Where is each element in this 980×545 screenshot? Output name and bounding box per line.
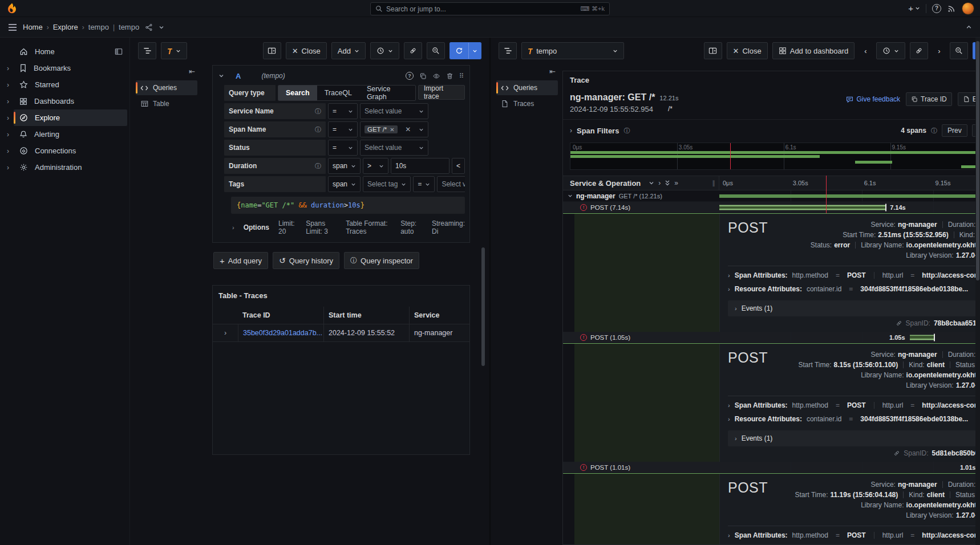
span-row[interactable]: !POST (7.14s)7.14s — [563, 202, 980, 213]
span-timeline-cell[interactable]: 1.05s — [719, 332, 980, 343]
left-section-table[interactable]: Table — [136, 96, 197, 111]
field-control-select[interactable]: Select value — [360, 140, 428, 156]
new-menu-button[interactable]: + — [908, 3, 920, 13]
chip-remove-icon[interactable]: ✕ — [390, 127, 394, 133]
add-query-button[interactable]: +Add query — [213, 252, 268, 269]
time-picker-button-right[interactable] — [876, 42, 905, 59]
content-outline-button[interactable] — [138, 42, 156, 59]
query-help-icon[interactable]: ? — [406, 72, 414, 80]
copy-link-button-left[interactable] — [404, 42, 422, 59]
datasource-picker-left[interactable]: T — [161, 42, 187, 59]
span-row[interactable]: !POST (1.05s)1.05s — [563, 332, 980, 343]
trace-id-link[interactable]: 35be0f3d29a01adda7b... — [243, 329, 322, 337]
span-name-cell[interactable]: ng-managerGET /* (12.21s) — [563, 190, 719, 201]
tab-service-graph[interactable]: Service Graph — [359, 86, 415, 100]
time-picker-button-left[interactable] — [370, 42, 399, 59]
expand-chevron-icon[interactable]: › — [2, 64, 14, 72]
options-row[interactable]: ›OptionsLimit: 20Spans Limit: 3Table For… — [232, 219, 465, 235]
field-control-select[interactable]: = — [328, 121, 358, 137]
breadcrumb-item-tempo[interactable]: tempo — [88, 23, 109, 31]
left-section-queries[interactable]: Queries — [136, 80, 197, 95]
give-feedback-link[interactable]: Give feedback — [846, 95, 900, 103]
expand-chevron-icon[interactable]: › — [728, 532, 730, 539]
events-row[interactable]: ›Events (1) — [728, 430, 980, 446]
field-control-chip[interactable]: GET /*✕✕ — [360, 121, 428, 137]
span-name-cell[interactable]: !POST (7.14s) — [563, 202, 719, 213]
trace-minimap[interactable]: 0μs3.05s6.1s9.15s12.21s — [570, 143, 980, 170]
sidebar-item-body[interactable]: Explore — [14, 109, 127, 126]
events-row[interactable]: ›Events (1) — [728, 300, 980, 316]
sidebar-item-connections[interactable]: ›Connections — [2, 143, 127, 159]
sidebar-item-body[interactable]: Administration — [14, 159, 127, 176]
span-filters-label[interactable]: Span Filters — [577, 127, 619, 135]
expand-one-icon[interactable]: › — [658, 179, 661, 187]
time-shift-right-button[interactable]: › — [933, 42, 945, 59]
column-resize-handle[interactable]: ∥ — [712, 180, 716, 187]
expand-chevron-icon[interactable]: › — [2, 147, 14, 155]
search-input[interactable]: Search or jump to... ⌨⌘+k — [370, 2, 610, 15]
field-control-input[interactable]: 10s — [391, 158, 449, 174]
drag-handle-icon[interactable]: ⠿ — [459, 72, 464, 80]
chain-link-icon[interactable] — [893, 450, 900, 457]
sidebar-item-alerting[interactable]: ›Alerting — [2, 126, 127, 143]
span-name-cell[interactable]: !POST (1.01s) — [563, 462, 719, 473]
add-button[interactable]: Add — [331, 42, 366, 59]
sidebar-item-body[interactable]: Connections — [14, 143, 127, 159]
breadcrumb-item-home[interactable]: Home — [23, 23, 43, 31]
prev-span-button[interactable]: Prev — [942, 124, 967, 137]
expand-chevron-icon[interactable]: › — [728, 286, 730, 292]
query-ref-letter[interactable]: A — [236, 72, 241, 80]
attributes-row[interactable]: ›Span Attributes:http.method=POSThttp.ur… — [728, 269, 980, 282]
expand-chevron-icon[interactable]: › — [2, 97, 14, 105]
dock-panel-icon[interactable] — [115, 48, 123, 55]
right-section-traces[interactable]: Traces — [496, 96, 558, 111]
run-query-button-left[interactable] — [449, 42, 481, 59]
expand-chevron-icon[interactable]: › — [735, 435, 737, 442]
share-shortcut-icon[interactable] — [145, 23, 153, 31]
add-to-dashboard-button[interactable]: Add to dashboard — [772, 42, 855, 59]
field-control-select[interactable]: = — [328, 140, 358, 156]
span-timeline-cell[interactable]: 1.01s — [719, 462, 980, 473]
sidebar-item-home[interactable]: Home — [2, 43, 127, 60]
expand-chevron-icon[interactable]: › — [728, 402, 730, 409]
news-icon[interactable] — [947, 4, 956, 13]
right-section-queries[interactable]: Queries — [496, 80, 558, 95]
span-timeline-cell[interactable]: 7.14s — [719, 202, 980, 213]
time-shift-left-button[interactable]: ‹ — [859, 42, 872, 59]
sidebar-item-dashboards[interactable]: ›Dashboards — [2, 93, 127, 109]
split-pane-button[interactable] — [263, 42, 281, 59]
attributes-row[interactable]: ›Resource Attributes:container.id=304fd8… — [728, 412, 980, 426]
datasource-picker-right[interactable]: Ttempo — [521, 42, 624, 59]
zoom-out-button-left[interactable] — [427, 42, 445, 59]
sidebar-item-body[interactable]: Dashboards — [14, 93, 127, 109]
query-inspector-button[interactable]: ⓘQuery inspector — [344, 252, 419, 269]
field-control-select[interactable]: span — [328, 158, 361, 174]
close-pane-button-left[interactable]: ✕Close — [286, 42, 327, 59]
span-bar[interactable] — [910, 335, 934, 340]
sidebar-item-explore[interactable]: ›Explore — [2, 109, 127, 126]
table-column-service[interactable]: Service — [409, 307, 469, 324]
sidebar-item-body[interactable]: Bookmarks — [14, 60, 127, 76]
menu-toggle-icon[interactable] — [8, 23, 17, 31]
table-column-trace-id[interactable]: Trace ID — [238, 307, 323, 324]
collapse-sidebar-icon[interactable]: ⇤ — [136, 67, 197, 76]
span-row[interactable]: !POST (1.01s)1.01s — [563, 462, 980, 473]
row-expander-icon[interactable]: › — [213, 324, 238, 341]
span-row[interactable]: ng-managerGET /* (12.21s) — [563, 190, 980, 202]
user-avatar[interactable] — [962, 2, 974, 15]
span-timeline-cell[interactable] — [719, 190, 980, 201]
field-control-plain[interactable]: Select va — [437, 176, 465, 192]
field-control-select[interactable]: Select tag — [363, 176, 411, 192]
span-name-cell[interactable]: !POST (1.05s) — [563, 332, 719, 343]
chevron-down-icon[interactable] — [159, 25, 164, 30]
split-pane-button[interactable] — [704, 42, 722, 59]
expand-chevron-icon[interactable]: › — [735, 305, 737, 312]
collapse-up-icon[interactable] — [966, 24, 972, 30]
field-control-select[interactable]: = — [413, 176, 435, 192]
collapse-all-icon[interactable] — [649, 180, 654, 186]
zoom-out-button-right[interactable] — [950, 42, 968, 59]
collapse-sidebar-icon[interactable]: ⇤ — [496, 67, 558, 76]
help-icon[interactable]: ? — [932, 4, 941, 13]
field-control-select[interactable]: = — [328, 103, 358, 119]
hide-response-icon[interactable] — [432, 72, 440, 80]
